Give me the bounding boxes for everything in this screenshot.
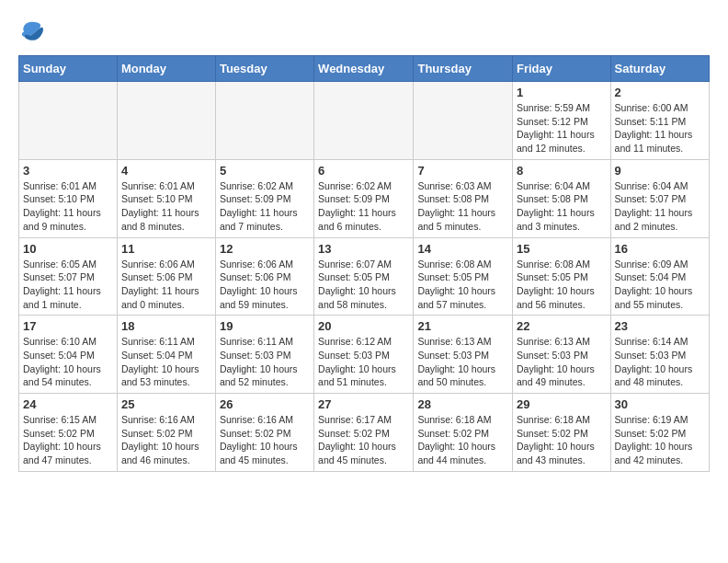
calendar-day-cell <box>314 82 414 160</box>
calendar-day-cell: 13Sunrise: 6:07 AM Sunset: 5:05 PM Dayli… <box>314 237 414 316</box>
day-number: 1 <box>517 86 607 99</box>
calendar-day-cell <box>117 82 215 160</box>
day-number: 4 <box>121 164 211 178</box>
day-number: 16 <box>615 242 705 256</box>
calendar-day-cell: 3Sunrise: 6:01 AM Sunset: 5:10 PM Daylig… <box>19 159 118 237</box>
day-number: 2 <box>615 86 705 99</box>
day-number: 27 <box>318 397 409 411</box>
day-info: Sunrise: 6:14 AM Sunset: 5:03 PM Dayligh… <box>615 335 705 389</box>
day-number: 10 <box>23 242 113 256</box>
day-info: Sunrise: 6:16 AM Sunset: 5:02 PM Dayligh… <box>220 413 310 467</box>
day-number: 30 <box>615 397 705 411</box>
calendar-day-cell: 2Sunrise: 6:00 AM Sunset: 5:11 PM Daylig… <box>610 82 709 160</box>
calendar-week-row: 24Sunrise: 6:15 AM Sunset: 5:02 PM Dayli… <box>19 394 710 472</box>
day-info: Sunrise: 6:19 AM Sunset: 5:02 PM Dayligh… <box>615 413 705 467</box>
calendar-day-cell: 10Sunrise: 6:05 AM Sunset: 5:07 PM Dayli… <box>19 237 118 316</box>
day-number: 25 <box>121 397 211 411</box>
day-info: Sunrise: 6:02 AM Sunset: 5:09 PM Dayligh… <box>318 179 409 234</box>
calendar-day-cell: 8Sunrise: 6:04 AM Sunset: 5:08 PM Daylig… <box>513 159 611 237</box>
day-number: 24 <box>23 397 113 411</box>
day-info: Sunrise: 6:06 AM Sunset: 5:06 PM Dayligh… <box>220 258 310 312</box>
day-info: Sunrise: 6:09 AM Sunset: 5:04 PM Dayligh… <box>615 258 705 312</box>
weekday-header-monday: Monday <box>117 56 215 82</box>
day-number: 13 <box>318 242 409 256</box>
calendar-day-cell <box>19 82 118 160</box>
day-info: Sunrise: 6:11 AM Sunset: 5:04 PM Dayligh… <box>121 335 211 389</box>
day-number: 22 <box>517 319 607 333</box>
calendar-day-cell: 19Sunrise: 6:11 AM Sunset: 5:03 PM Dayli… <box>215 316 313 394</box>
calendar-day-cell: 24Sunrise: 6:15 AM Sunset: 5:02 PM Dayli… <box>19 394 118 472</box>
weekday-header-friday: Friday <box>513 56 611 82</box>
day-number: 3 <box>23 164 113 178</box>
logo <box>18 18 46 46</box>
logo-icon <box>18 18 46 46</box>
day-info: Sunrise: 6:17 AM Sunset: 5:02 PM Dayligh… <box>318 413 409 467</box>
weekday-header-tuesday: Tuesday <box>215 56 313 82</box>
weekday-header-thursday: Thursday <box>414 56 513 82</box>
calendar-table: SundayMondayTuesdayWednesdayThursdayFrid… <box>18 55 710 472</box>
day-number: 28 <box>417 397 508 411</box>
weekday-header-sunday: Sunday <box>19 56 118 82</box>
day-number: 6 <box>318 164 409 178</box>
day-info: Sunrise: 6:18 AM Sunset: 5:02 PM Dayligh… <box>517 413 607 467</box>
calendar-day-cell: 1Sunrise: 5:59 AM Sunset: 5:12 PM Daylig… <box>513 82 611 160</box>
day-number: 8 <box>517 164 607 178</box>
calendar-week-row: 17Sunrise: 6:10 AM Sunset: 5:04 PM Dayli… <box>19 316 710 394</box>
day-info: Sunrise: 6:07 AM Sunset: 5:05 PM Dayligh… <box>318 258 409 312</box>
day-number: 17 <box>23 319 113 333</box>
calendar-day-cell: 14Sunrise: 6:08 AM Sunset: 5:05 PM Dayli… <box>414 237 513 316</box>
weekday-header-wednesday: Wednesday <box>314 56 414 82</box>
calendar-day-cell: 9Sunrise: 6:04 AM Sunset: 5:07 PM Daylig… <box>610 159 709 237</box>
calendar-day-cell: 30Sunrise: 6:19 AM Sunset: 5:02 PM Dayli… <box>610 394 709 472</box>
day-number: 21 <box>417 319 508 333</box>
page-header <box>18 18 710 46</box>
day-info: Sunrise: 6:10 AM Sunset: 5:04 PM Dayligh… <box>23 335 113 389</box>
day-info: Sunrise: 6:15 AM Sunset: 5:02 PM Dayligh… <box>23 413 113 467</box>
calendar-week-row: 3Sunrise: 6:01 AM Sunset: 5:10 PM Daylig… <box>19 159 710 237</box>
day-number: 11 <box>121 242 211 256</box>
calendar-day-cell: 4Sunrise: 6:01 AM Sunset: 5:10 PM Daylig… <box>117 159 215 237</box>
day-number: 5 <box>220 164 310 178</box>
calendar-day-cell: 25Sunrise: 6:16 AM Sunset: 5:02 PM Dayli… <box>117 394 215 472</box>
day-number: 29 <box>517 397 607 411</box>
day-number: 26 <box>220 397 310 411</box>
day-info: Sunrise: 6:16 AM Sunset: 5:02 PM Dayligh… <box>121 413 211 467</box>
calendar-day-cell: 5Sunrise: 6:02 AM Sunset: 5:09 PM Daylig… <box>215 159 313 237</box>
day-info: Sunrise: 6:01 AM Sunset: 5:10 PM Dayligh… <box>23 179 113 234</box>
day-number: 14 <box>417 242 508 256</box>
day-info: Sunrise: 6:03 AM Sunset: 5:08 PM Dayligh… <box>417 179 508 234</box>
day-info: Sunrise: 6:06 AM Sunset: 5:06 PM Dayligh… <box>121 258 211 312</box>
calendar-day-cell: 21Sunrise: 6:13 AM Sunset: 5:03 PM Dayli… <box>414 316 513 394</box>
calendar-day-cell: 7Sunrise: 6:03 AM Sunset: 5:08 PM Daylig… <box>414 159 513 237</box>
day-number: 20 <box>318 319 409 333</box>
day-info: Sunrise: 6:02 AM Sunset: 5:09 PM Dayligh… <box>220 179 310 234</box>
day-info: Sunrise: 6:00 AM Sunset: 5:11 PM Dayligh… <box>615 101 705 155</box>
day-number: 23 <box>615 319 705 333</box>
day-info: Sunrise: 6:11 AM Sunset: 5:03 PM Dayligh… <box>220 335 310 389</box>
calendar-day-cell: 6Sunrise: 6:02 AM Sunset: 5:09 PM Daylig… <box>314 159 414 237</box>
day-info: Sunrise: 6:12 AM Sunset: 5:03 PM Dayligh… <box>318 335 409 389</box>
day-number: 15 <box>517 242 607 256</box>
calendar-day-cell: 12Sunrise: 6:06 AM Sunset: 5:06 PM Dayli… <box>215 237 313 316</box>
day-info: Sunrise: 6:08 AM Sunset: 5:05 PM Dayligh… <box>417 258 508 312</box>
calendar-day-cell: 28Sunrise: 6:18 AM Sunset: 5:02 PM Dayli… <box>414 394 513 472</box>
calendar-day-cell: 16Sunrise: 6:09 AM Sunset: 5:04 PM Dayli… <box>610 237 709 316</box>
calendar-day-cell <box>414 82 513 160</box>
day-number: 19 <box>220 319 310 333</box>
day-info: Sunrise: 6:04 AM Sunset: 5:07 PM Dayligh… <box>615 179 705 234</box>
day-info: Sunrise: 6:13 AM Sunset: 5:03 PM Dayligh… <box>417 335 508 389</box>
calendar-day-cell: 27Sunrise: 6:17 AM Sunset: 5:02 PM Dayli… <box>314 394 414 472</box>
calendar-day-cell: 18Sunrise: 6:11 AM Sunset: 5:04 PM Dayli… <box>117 316 215 394</box>
calendar-week-row: 1Sunrise: 5:59 AM Sunset: 5:12 PM Daylig… <box>19 82 710 160</box>
day-info: Sunrise: 6:18 AM Sunset: 5:02 PM Dayligh… <box>417 413 508 467</box>
day-info: Sunrise: 6:01 AM Sunset: 5:10 PM Dayligh… <box>121 179 211 234</box>
day-info: Sunrise: 6:04 AM Sunset: 5:08 PM Dayligh… <box>517 179 607 234</box>
weekday-header-row: SundayMondayTuesdayWednesdayThursdayFrid… <box>19 56 710 82</box>
day-info: Sunrise: 6:05 AM Sunset: 5:07 PM Dayligh… <box>23 258 113 312</box>
day-number: 18 <box>121 319 211 333</box>
calendar-day-cell <box>215 82 313 160</box>
day-number: 7 <box>417 164 508 178</box>
calendar-day-cell: 20Sunrise: 6:12 AM Sunset: 5:03 PM Dayli… <box>314 316 414 394</box>
day-info: Sunrise: 6:08 AM Sunset: 5:05 PM Dayligh… <box>517 258 607 312</box>
calendar-day-cell: 11Sunrise: 6:06 AM Sunset: 5:06 PM Dayli… <box>117 237 215 316</box>
